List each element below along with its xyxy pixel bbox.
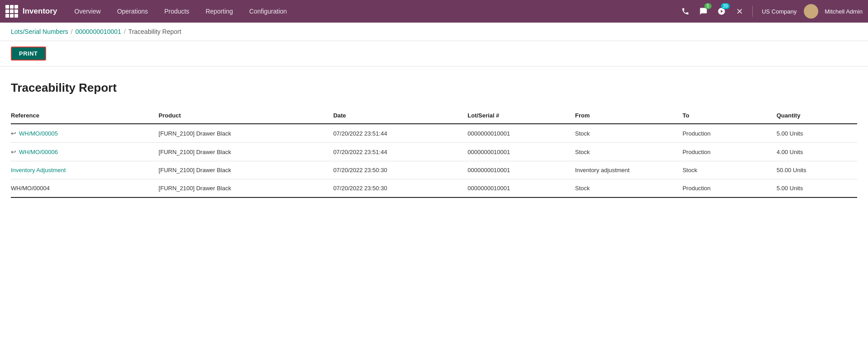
- table-header-row: Reference Product Date Lot/Serial # From…: [11, 108, 857, 124]
- cell-date: 07/20/2022 23:50:30: [333, 179, 467, 198]
- nav-divider: [752, 6, 753, 17]
- app-brand: Inventory: [23, 7, 57, 16]
- cell-to[interactable]: Production: [683, 124, 777, 143]
- cell-date: 07/20/2022 23:50:30: [333, 161, 467, 179]
- top-navigation: Inventory Overview Operations Products R…: [0, 0, 868, 23]
- back-arrow-icon: ↩: [11, 148, 16, 155]
- phone-icon[interactable]: [678, 4, 693, 19]
- traceability-table: Reference Product Date Lot/Serial # From…: [11, 108, 857, 198]
- breadcrumb-lots[interactable]: Lots/Serial Numbers: [11, 28, 68, 35]
- cell-from: Stock: [575, 143, 683, 161]
- activity-icon[interactable]: 39: [714, 4, 729, 19]
- username: Mitchell Admin: [825, 8, 863, 15]
- cell-quantity: 4.00 Units: [777, 143, 857, 161]
- col-header-date: Date: [333, 108, 467, 124]
- col-header-reference: Reference: [11, 108, 159, 124]
- cell-date: 07/20/2022 23:51:44: [333, 124, 467, 143]
- cell-product: [FURN_2100] Drawer Black: [159, 143, 333, 161]
- back-arrow-icon: ↩: [11, 130, 16, 137]
- reference-link[interactable]: WH/MO/00006: [19, 149, 58, 155]
- col-header-lot: Lot/Serial #: [467, 108, 575, 124]
- cell-product: [FURN_2100] Drawer Black: [159, 161, 333, 179]
- col-header-quantity: Quantity: [777, 108, 857, 124]
- breadcrumb-sep-1: /: [71, 28, 73, 35]
- cell-from: Stock: [575, 179, 683, 198]
- cell-quantity: 50.00 Units: [777, 161, 857, 179]
- cell-from: Inventory adjustment: [575, 161, 683, 179]
- breadcrumb-current: Traceability Report: [128, 28, 181, 35]
- close-icon[interactable]: [732, 4, 747, 19]
- table-row: WH/MO/00004[FURN_2100] Drawer Black07/20…: [11, 179, 857, 198]
- breadcrumb: Lots/Serial Numbers / 0000000010001 / Tr…: [0, 23, 868, 41]
- cell-lot[interactable]: 0000000010001: [467, 143, 575, 161]
- col-header-to: To: [683, 108, 777, 124]
- menu-configuration[interactable]: Configuration: [241, 0, 295, 23]
- menu-products[interactable]: Products: [156, 0, 197, 23]
- svg-point-0: [808, 7, 814, 12]
- cell-date: 07/20/2022 23:51:44: [333, 143, 467, 161]
- menu-operations[interactable]: Operations: [109, 0, 156, 23]
- cell-quantity: 5.00 Units: [777, 179, 857, 198]
- cell-to: Production: [683, 179, 777, 198]
- menu-overview[interactable]: Overview: [66, 0, 109, 23]
- menu-reporting[interactable]: Reporting: [198, 0, 241, 23]
- company-name: US Company: [762, 8, 797, 15]
- breadcrumb-serial[interactable]: 0000000010001: [75, 28, 121, 35]
- table-row: ↩WH/MO/00006[FURN_2100] Drawer Black07/2…: [11, 143, 857, 161]
- topnav-right: 5 39 US Company Mitchell Admin: [678, 4, 863, 19]
- table-row: ↩WH/MO/00005[FURN_2100] Drawer Black07/2…: [11, 124, 857, 143]
- reference-link[interactable]: WH/MO/00005: [19, 130, 58, 137]
- cell-reference: WH/MO/00004: [11, 179, 159, 198]
- col-header-product: Product: [159, 108, 333, 124]
- main-menu: Overview Operations Products Reporting C…: [66, 0, 678, 23]
- cell-reference: ↩WH/MO/00006: [11, 143, 159, 161]
- print-button[interactable]: PRINT: [11, 47, 46, 61]
- cell-product: [FURN_2100] Drawer Black: [159, 124, 333, 143]
- reference-link: WH/MO/00004: [11, 185, 50, 192]
- messages-badge: 5: [704, 3, 712, 9]
- cell-reference: Inventory Adjustment: [11, 161, 159, 179]
- cell-quantity: 5.00 Units: [777, 124, 857, 143]
- cell-to: Stock: [683, 161, 777, 179]
- cell-lot[interactable]: 0000000010001: [467, 161, 575, 179]
- user-avatar[interactable]: [804, 4, 818, 19]
- messages-icon[interactable]: 5: [696, 4, 711, 19]
- table-row: Inventory Adjustment[FURN_2100] Drawer B…: [11, 161, 857, 179]
- report-title: Traceability Report: [11, 81, 857, 95]
- cell-to[interactable]: Production: [683, 143, 777, 161]
- reference-link[interactable]: Inventory Adjustment: [11, 167, 66, 174]
- cell-lot[interactable]: 0000000010001: [467, 179, 575, 198]
- toolbar: PRINT: [0, 41, 868, 66]
- cell-product: [FURN_2100] Drawer Black: [159, 179, 333, 198]
- cell-from: Stock: [575, 124, 683, 143]
- apps-icon[interactable]: [5, 5, 18, 18]
- main-content: Traceability Report Reference Product Da…: [0, 66, 868, 347]
- cell-reference: ↩WH/MO/00005: [11, 124, 159, 143]
- col-header-from: From: [575, 108, 683, 124]
- activity-badge: 39: [721, 3, 730, 9]
- breadcrumb-sep-2: /: [124, 28, 126, 35]
- svg-point-1: [807, 13, 816, 19]
- cell-lot[interactable]: 0000000010001: [467, 124, 575, 143]
